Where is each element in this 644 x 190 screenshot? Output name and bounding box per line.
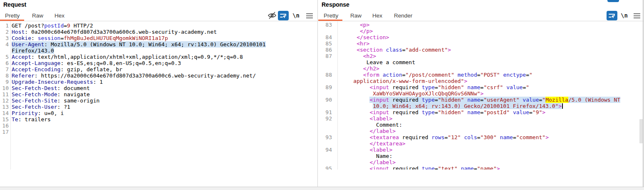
response-tab-pretty[interactable]: Pretty [324,12,338,19]
code-line: 90 <input required type="hidden" name="u… [318,97,644,103]
code-line: 9Upgrade-Insecure-Requests: 1 [0,79,317,85]
code-line: 7Accept-Encoding: gzip, deflate, br [0,66,317,72]
code-line: 16 [0,122,317,129]
request-title: Request [3,1,26,8]
code-line: application/x-www-form-urlencoded"> [318,78,644,84]
code-line: Firefox/143.0 [0,48,317,54]
burp-message-editor: { "request_panel": { "title": "Request",… [0,0,644,190]
code-line: 14Priority: u=0, i [0,110,317,116]
code-line: </textarea> [318,140,644,147]
code-line: 83 <p> [318,22,644,28]
code-line: 8Referer: https://0a2000c604e670fd807d3a… [0,72,317,79]
code-line: 95 <input required type="text" name="nam… [318,165,644,170]
code-line: 87 <h2> [318,53,644,59]
response-editor[interactable]: 83 <p> </p>84 </section>85 <hr>86 <secti… [318,21,644,170]
code-line: 12Sec-Fetch-Site: same-origin [0,98,317,104]
code-line: 11Sec-Fetch-Mode: navigate [0,91,317,98]
request-tab-hex[interactable]: Hex [54,12,64,19]
response-search-bar: ? ← → × 1 match [318,170,644,187]
request-tab-pretty[interactable]: Pretty [5,12,20,19]
code-line: 10Sec-Fetch-Dest: document [0,85,317,91]
response-tab-render[interactable]: Render [394,12,412,19]
response-tab-raw[interactable]: Raw [350,12,362,19]
newline-toggle-icon[interactable]: \n [621,12,628,19]
code-line: 91 <input required type="hidden" name="p… [318,109,644,115]
code-line: 93 <textarea required rows="12" cols="30… [318,134,644,140]
cropped-wrap-toggle-icon [607,0,619,2]
code-line: 4User-Agent: Mozilla/5.0 (Windows NT 10.… [0,41,317,48]
code-line: Leave a comment [318,59,644,65]
code-line: 1GET /post?postId=9 HTTP/2 [0,22,317,29]
code-line: </h2> [318,65,644,72]
code-line: 84 </section> [318,34,644,40]
code-line: 10.0; Win64; x64; rv:143.0) Gecko/201001… [318,103,644,109]
panel-splitter[interactable] [317,0,318,187]
code-line: Comment: [318,122,644,128]
code-line: </label> [318,128,644,134]
response-title: Response [322,1,349,8]
code-line: XaWbYoSWVaHOAygoXJlcQbqQRGvS6NNw"> [318,90,644,97]
response-tab-hex[interactable]: Hex [372,12,382,19]
request-tab-raw[interactable]: Raw [32,12,43,19]
code-line: </label> [318,159,644,165]
code-line: 92 <label> [318,115,644,122]
request-panel: Request Pretty Raw Hex \n 1GET /post?pos… [0,0,317,190]
newline-toggle-icon[interactable]: \n [292,12,300,19]
code-line: 86 <section class="add-comment"> [318,47,644,53]
code-line: 6Accept-Language: es-ES,es;q=0.8,en-US;q… [0,60,317,66]
word-wrap-toggle-icon[interactable] [607,11,617,20]
code-line: 85 <hr> [318,40,644,47]
hide-nonprintable-eye-slash-icon[interactable] [268,11,277,20]
request-search-bar: ? ← → 0 highlights [0,170,317,187]
code-line: </p> [318,28,644,34]
bottom-edge-strip [0,187,644,190]
code-line: 5Accept: text/html,application/xhtml+xml… [0,54,317,60]
text-caret [562,103,563,109]
code-line: 88 <form action="/post/comment" method="… [318,72,644,78]
code-line: 94 <label> [318,147,644,153]
word-wrap-toggle-icon[interactable] [278,11,289,20]
code-line: 15Te: trailers [0,116,317,122]
request-editor[interactable]: 1GET /post?postId=9 HTTP/22Host: 0a2000c… [0,21,317,170]
code-line: 17 [0,129,317,135]
editor-menu-hamburger-icon[interactable] [305,11,314,20]
window-right-border [643,0,644,187]
code-line: 2Host: 0a2000c604e670fd807d3a3700a600c6.… [0,29,317,35]
code-line: 13Sec-Fetch-User: ?1 [0,104,317,110]
code-line: Name: [318,153,644,159]
code-line: 3Cookie: session=fhMgBuJedLHU7UEqMgomkWi… [0,35,317,41]
response-panel: Response Pretty Raw Hex Render \n 83 <p>… [318,0,644,190]
code-line: 89 <input required type="hidden" name="c… [318,84,644,90]
editor-menu-hamburger-icon[interactable] [632,11,642,20]
